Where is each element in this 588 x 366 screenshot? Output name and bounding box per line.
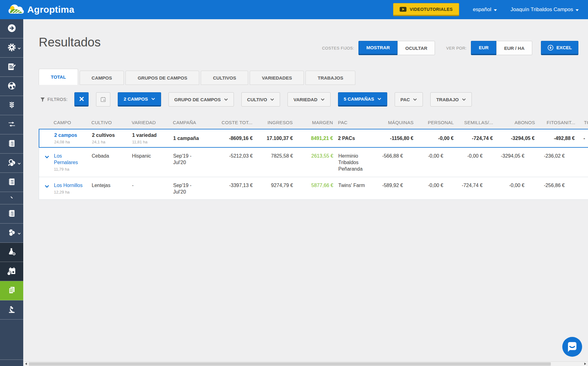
ver-por-label: VER POR: xyxy=(446,46,467,50)
totals-fitosanitarios: -492,88 € xyxy=(535,135,575,142)
expand-row-chevron-icon[interactable] xyxy=(45,154,49,160)
field-area: 11,79 ha xyxy=(54,167,92,172)
sidebar-item-notebook-2[interactable] xyxy=(0,173,23,192)
eur-button[interactable]: EUR xyxy=(471,41,496,55)
row-cultivo: Cebada xyxy=(92,153,132,159)
sidebar-item-analysis[interactable] xyxy=(0,300,23,320)
col-header-total[interactable]: TO xyxy=(575,120,588,125)
agroptima-logo[interactable]: Agroptima xyxy=(8,3,74,16)
table-row-los-hornillos: Los Hornillos 12,29 ha Lentejas - Sep'19… xyxy=(39,177,588,199)
chevron-down-icon xyxy=(321,98,325,101)
row-semillas: -0,00 € xyxy=(443,153,483,159)
scroll-left-arrow-icon[interactable] xyxy=(25,363,27,365)
sidebar-item-field-notebook[interactable] xyxy=(0,58,23,77)
tab-cultivos[interactable]: CULTIVOS xyxy=(201,71,248,85)
chevron-down-icon xyxy=(462,98,466,101)
totals-campo[interactable]: 2 campos xyxy=(54,133,77,138)
scroll-right-arrow-icon[interactable] xyxy=(584,363,586,365)
col-header-cultivo[interactable]: CULTIVO xyxy=(91,120,132,125)
row-maquinas: -589,92 € xyxy=(371,182,403,189)
sidebar-item-notebook-1[interactable] xyxy=(0,134,23,154)
left-sidebar xyxy=(0,19,23,366)
expand-row-chevron-icon[interactable] xyxy=(45,183,49,190)
tab-trabajos[interactable]: TRABAJOS xyxy=(305,71,355,85)
col-header-pac[interactable]: PAC xyxy=(333,120,381,125)
costes-fijos-toggle: MOSTRAR OCULTAR xyxy=(358,41,435,55)
cloud-logo-icon xyxy=(8,3,24,16)
totals-coste-total: -8609,16 € xyxy=(213,135,253,142)
notebook-icon xyxy=(7,139,16,149)
totals-margen: 8491,21 € xyxy=(293,135,333,142)
results-table: CAMPO CULTIVO VARIEDAD CAMPAÑA COSTE TOT… xyxy=(39,116,588,200)
row-pac: Herminio Tribaldos Peñaranda xyxy=(333,153,371,172)
calendar-icon xyxy=(100,97,106,102)
eur-ha-button[interactable]: EUR / HA xyxy=(496,41,532,55)
cultivo-filter-dropdown[interactable]: CULTIVO xyxy=(241,92,280,107)
tab-campos[interactable]: CAMPOS xyxy=(80,71,124,85)
coins-icon xyxy=(7,228,17,238)
col-header-maquinas[interactable]: MÁQUINAS xyxy=(381,120,414,125)
col-header-campana[interactable]: CAMPAÑA xyxy=(173,120,213,125)
sidebar-item-crops[interactable] xyxy=(0,96,23,115)
col-header-fitosanitarios[interactable]: FITOSANIT... xyxy=(535,120,575,125)
sidebar-item-settings[interactable] xyxy=(0,38,23,58)
col-header-abonos[interactable]: ABONOS xyxy=(493,120,535,125)
sidebar-item-costs-search[interactable] xyxy=(0,154,23,173)
sidebar-item-notebook-3[interactable] xyxy=(0,204,23,224)
row-abonos: -0,00 € xyxy=(483,182,524,189)
variedad-filter-dropdown[interactable]: VARIEDAD xyxy=(287,92,330,107)
ocultar-button[interactable]: OCULTAR xyxy=(397,41,435,55)
row-ingresos: 9274,79 € xyxy=(253,182,293,189)
sidebar-item-map[interactable] xyxy=(0,77,23,96)
trabajo-filter-dropdown[interactable]: TRABAJO xyxy=(430,92,472,107)
scrollbar-thumb[interactable] xyxy=(29,362,551,366)
table-row-los-pernalares: Los Pernalares 11,79 ha Cebada Hispanic … xyxy=(39,148,588,176)
microscope-icon xyxy=(7,305,16,315)
sidebar-item-transfers[interactable] xyxy=(0,115,23,134)
campanas-filter-dropdown[interactable]: 5 CAMPAÑAS xyxy=(338,92,387,107)
col-header-margen[interactable]: MARGEN xyxy=(293,120,333,125)
chevron-down-icon xyxy=(494,7,497,13)
date-filter-button[interactable] xyxy=(96,92,110,107)
sidebar-item-expand[interactable] xyxy=(0,19,23,38)
user-menu[interactable]: Joaquín Tribaldos Campos xyxy=(511,7,579,13)
videotutoriales-button[interactable]: VIDEOTUTORIALES xyxy=(393,3,459,16)
chevron-down-icon xyxy=(377,98,381,100)
chevron-down-icon xyxy=(18,45,21,51)
sidebar-item-submenu[interactable] xyxy=(0,192,23,204)
pac-filter-dropdown[interactable]: PAC xyxy=(395,92,423,107)
mostrar-button[interactable]: MOSTRAR xyxy=(358,41,397,55)
col-header-ingresos[interactable]: INGRESOS xyxy=(252,120,293,125)
language-menu[interactable]: español xyxy=(473,7,497,13)
top-navbar: Agroptima VIDEOTUTORIALES español Joaquí… xyxy=(0,0,588,19)
funnel-icon xyxy=(40,97,45,102)
campos-filter-dropdown[interactable]: 2 CAMPOS xyxy=(118,92,161,107)
chat-launcher-button[interactable] xyxy=(562,337,582,357)
tab-grupos-de-campos[interactable]: GRUPOS DE CAMPOS xyxy=(125,71,199,85)
sidebar-item-planning-costs[interactable] xyxy=(0,262,23,281)
clear-filters-button[interactable] xyxy=(74,92,89,107)
sidebar-item-add-treatment[interactable] xyxy=(0,243,23,262)
sidebar-item-results[interactable] xyxy=(0,281,23,300)
field-link[interactable]: Los Hornillos xyxy=(54,182,88,189)
excel-export-button[interactable]: EXCEL xyxy=(541,41,578,55)
row-coste-total: -5212,03 € xyxy=(213,153,253,159)
sidebar-item-costs[interactable] xyxy=(0,224,23,243)
col-header-campo[interactable]: CAMPO xyxy=(39,120,91,125)
close-x-icon xyxy=(79,97,84,101)
horizontal-scrollbar[interactable] xyxy=(23,361,588,366)
col-header-semillas[interactable]: SEMILLAS/... xyxy=(454,120,493,125)
chat-bubble-icon xyxy=(562,352,582,358)
grupo-de-campos-filter-dropdown[interactable]: GRUPO DE CAMPOS xyxy=(169,92,234,107)
tab-variedades[interactable]: VARIEDADES xyxy=(250,71,304,85)
totals-personal: -0,00 € xyxy=(413,135,454,142)
row-margen: 2613,55 € xyxy=(293,153,333,159)
col-header-variedad[interactable]: VARIEDAD xyxy=(132,120,173,125)
field-link[interactable]: Los Pernalares xyxy=(54,153,78,166)
row-fitosanitarios: -236,02 € xyxy=(524,153,565,159)
col-header-coste-total[interactable]: COSTE TOT... xyxy=(213,120,252,125)
page-title: Resultados xyxy=(39,35,101,49)
chevron-down-icon xyxy=(18,230,21,236)
tab-total[interactable]: TOTAL xyxy=(39,69,78,85)
col-header-personal[interactable]: PERSONAL xyxy=(414,120,454,125)
